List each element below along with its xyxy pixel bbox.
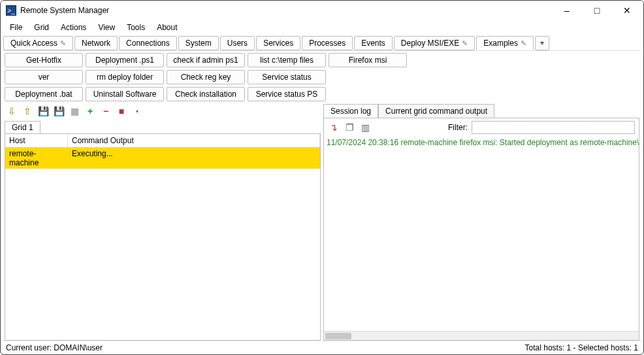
- tab-label: Deploy MSI/EXE: [401, 39, 459, 48]
- toolbar-tabs: Quick Access✎ Network Connections System…: [1, 35, 643, 50]
- cmd-deployment-ps1[interactable]: Deployment .ps1: [86, 53, 164, 67]
- cmd-firefox-msi[interactable]: Firefox msi: [329, 53, 407, 67]
- grid-toolbar: ⇩ ⇧ 💾 💾 ▦ + − ■ ▾: [5, 104, 321, 121]
- menu-grid[interactable]: Grid: [29, 22, 54, 33]
- tab-system[interactable]: System: [178, 36, 219, 50]
- cmd-check-admin-ps1[interactable]: check if admin ps1: [167, 53, 245, 67]
- menubar: File Grid Actions View Tools About: [1, 20, 643, 35]
- app-icon: >_: [6, 5, 16, 16]
- col-header-command-output[interactable]: Command Output: [68, 134, 320, 147]
- tab-label: Quick Access: [10, 39, 57, 48]
- save-icon[interactable]: 💾: [37, 105, 49, 117]
- command-row-0: Get-Hotfix Deployment .ps1 check if admi…: [1, 50, 643, 67]
- remove-icon[interactable]: −: [100, 105, 112, 117]
- host-grid: Host Command Output remote-machine Execu…: [5, 133, 321, 341]
- command-row-2: Deployment .bat Uninstall Software Check…: [1, 84, 643, 101]
- log-toolbar: ↴ ❐ ▥ Filter:: [324, 118, 639, 137]
- minimize-button[interactable]: –: [552, 1, 582, 20]
- horizontal-scrollbar[interactable]: [324, 331, 639, 340]
- cmd-ver[interactable]: ver: [5, 70, 83, 84]
- session-log-body[interactable]: 11/07/2024 20:38:16 remote-machine firef…: [324, 137, 639, 331]
- tab-services[interactable]: Services: [256, 36, 300, 50]
- filter-label: Filter:: [448, 123, 468, 132]
- import-icon[interactable]: ⇩: [6, 105, 18, 117]
- window-title: Remote System Manager: [20, 6, 109, 15]
- statusbar: Current user: DOMAIN\user Total hosts: 1…: [1, 341, 643, 354]
- edit-icon: ✎: [60, 39, 66, 48]
- titlebar: >_ Remote System Manager – □ ✕: [1, 1, 643, 20]
- close-button[interactable]: ✕: [612, 1, 642, 20]
- menu-tools[interactable]: Tools: [121, 22, 150, 33]
- tab-current-grid-output[interactable]: Current grid command output: [378, 104, 494, 118]
- col-header-host[interactable]: Host: [5, 134, 68, 147]
- tab-users[interactable]: Users: [220, 36, 255, 50]
- maximize-button[interactable]: □: [582, 1, 612, 20]
- menu-file[interactable]: File: [5, 22, 27, 33]
- cmd-get-hotfix[interactable]: Get-Hotfix: [5, 53, 83, 67]
- tab-session-log[interactable]: Session log: [323, 104, 378, 118]
- tab-connections[interactable]: Connections: [119, 36, 177, 50]
- tab-network[interactable]: Network: [74, 36, 118, 50]
- tab-add[interactable]: +: [535, 36, 549, 50]
- cell-output: Executing...: [68, 148, 117, 169]
- wrap-icon[interactable]: ↴: [328, 122, 340, 133]
- tab-quick-access[interactable]: Quick Access✎: [3, 36, 73, 50]
- menu-actions[interactable]: Actions: [56, 22, 91, 33]
- menu-view[interactable]: View: [93, 22, 120, 33]
- export-icon[interactable]: ⇧: [22, 105, 33, 117]
- status-host-counts: Total hosts: 1 - Selected hosts: 1: [525, 343, 638, 352]
- cmd-service-status-ps[interactable]: Service status PS: [248, 87, 326, 101]
- cmd-list-temp-files[interactable]: list c:\temp files: [248, 53, 326, 67]
- clear-icon[interactable]: ▥: [359, 122, 371, 133]
- cmd-check-installation[interactable]: Check installation: [167, 87, 245, 101]
- status-current-user: Current user: DOMAIN\user: [6, 343, 103, 352]
- log-line: 11/07/2024 20:38:16 remote-machine firef…: [327, 138, 636, 147]
- copy-icon[interactable]: ❐: [344, 122, 355, 133]
- filter-input[interactable]: [472, 121, 635, 134]
- cmd-uninstall-software[interactable]: Uninstall Software: [86, 87, 164, 101]
- tab-events[interactable]: Events: [354, 36, 393, 50]
- cmd-check-reg-key[interactable]: Check reg key: [167, 70, 245, 84]
- dropdown-icon[interactable]: ▾: [131, 105, 143, 117]
- grid-tab-1[interactable]: Grid 1: [5, 121, 40, 133]
- cell-host: remote-machine: [5, 148, 68, 169]
- tab-processes[interactable]: Processes: [302, 36, 353, 50]
- cmd-deployment-bat[interactable]: Deployment .bat: [5, 87, 83, 101]
- tab-deploy[interactable]: Deploy MSI/EXE✎: [394, 36, 475, 50]
- cmd-rm-deploy-folder[interactable]: rm deploy folder: [86, 70, 164, 84]
- edit-icon: ✎: [521, 39, 526, 48]
- add-icon[interactable]: +: [84, 105, 96, 117]
- tab-examples[interactable]: Examples✎: [476, 36, 534, 50]
- command-row-1: ver rm deploy folder Check reg key Servi…: [1, 67, 643, 84]
- edit-icon: ✎: [462, 39, 468, 48]
- menu-about[interactable]: About: [152, 22, 182, 33]
- save-as-icon[interactable]: 💾: [53, 105, 65, 117]
- scroll-thumb[interactable]: [325, 333, 351, 339]
- tab-label: Examples: [483, 39, 518, 48]
- stop-icon[interactable]: ■: [116, 105, 127, 117]
- grid-settings-icon[interactable]: ▦: [69, 105, 80, 117]
- table-row[interactable]: remote-machine Executing...: [5, 148, 320, 169]
- cmd-service-status[interactable]: Service status: [248, 70, 326, 84]
